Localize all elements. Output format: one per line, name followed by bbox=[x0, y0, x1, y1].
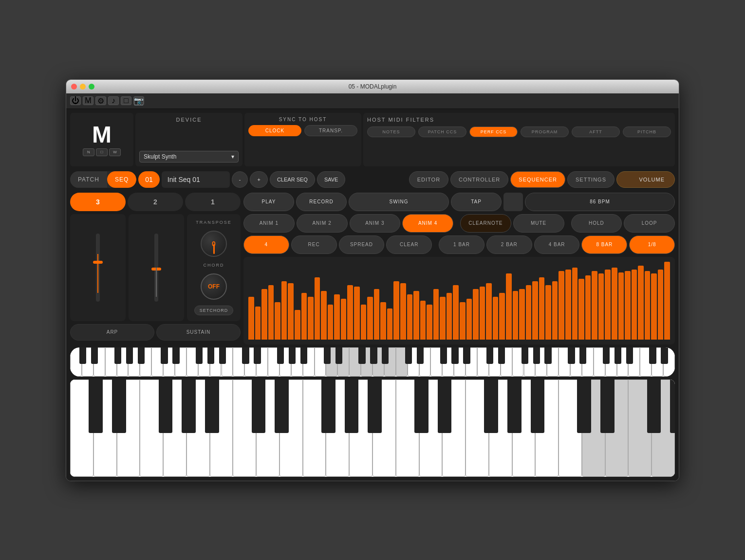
minus-btn[interactable]: - bbox=[232, 171, 248, 188]
black-key-3-4.6[interactable] bbox=[370, 347, 377, 364]
transp-btn[interactable]: TRANSP. bbox=[304, 125, 357, 136]
division-btn[interactable]: 1/8 bbox=[629, 235, 675, 254]
patch-ccs-btn[interactable]: PATCH CCs bbox=[418, 126, 466, 137]
plus-btn[interactable]: + bbox=[250, 171, 267, 188]
seq-btn[interactable]: SEQ bbox=[107, 171, 136, 188]
black-key-1-5.6[interactable] bbox=[368, 379, 382, 433]
black-key-1-5.6[interactable] bbox=[219, 347, 226, 364]
black-key-4-3.6[interactable] bbox=[440, 347, 447, 364]
fader-strip-2[interactable] bbox=[129, 214, 184, 321]
black-key-2-1.6[interactable] bbox=[254, 347, 261, 364]
black-key-2-3.6[interactable] bbox=[484, 379, 498, 433]
perf-ccs-btn[interactable]: PERF CCs bbox=[469, 126, 518, 137]
sequencer-viz[interactable] bbox=[243, 257, 675, 344]
black-key-0-0.6[interactable] bbox=[89, 379, 103, 433]
anim2-btn[interactable]: ANIM 2 bbox=[297, 214, 348, 233]
black-key-6-4.6[interactable] bbox=[615, 347, 621, 364]
mute-btn[interactable]: MUTE bbox=[513, 214, 564, 233]
patch-btn[interactable]: PATCH bbox=[70, 171, 107, 188]
black-key-7-0.6[interactable] bbox=[649, 347, 656, 364]
close-button[interactable] bbox=[71, 84, 77, 90]
toolbar-cam[interactable]: 📷 bbox=[133, 96, 144, 105]
notes-btn[interactable]: NOTES bbox=[367, 126, 415, 137]
black-key-0-1.6[interactable] bbox=[112, 379, 126, 433]
black-key-2-5.6[interactable] bbox=[531, 379, 545, 433]
bar4-btn[interactable]: 4 BAR bbox=[534, 235, 580, 254]
black-key-4-1.6[interactable] bbox=[417, 347, 424, 364]
black-key-2-0.6[interactable] bbox=[242, 347, 249, 364]
step-2-btn[interactable]: 2 bbox=[128, 193, 183, 211]
black-key-0-1.6[interactable] bbox=[91, 347, 98, 364]
black-key-6-0.6[interactable] bbox=[568, 347, 575, 364]
setchord-btn[interactable]: SETCHORD bbox=[194, 306, 234, 315]
black-key-5-0.6[interactable] bbox=[486, 347, 493, 364]
minimize-button[interactable] bbox=[80, 84, 86, 90]
bpm-display[interactable]: 86 BPM bbox=[525, 193, 675, 211]
sequencer-tab[interactable]: SEQUENCER bbox=[510, 171, 565, 188]
black-key-1-0.6[interactable] bbox=[161, 347, 168, 364]
clearnote-btn[interactable]: CLEARNOTE bbox=[460, 214, 511, 233]
toolbar-kbd[interactable]: ♪ bbox=[108, 96, 119, 105]
black-key-5-4.6[interactable] bbox=[533, 347, 540, 364]
pitchb-btn[interactable]: PITCHB bbox=[623, 126, 671, 137]
volume-tab[interactable]: VOLUME bbox=[616, 171, 675, 188]
bar1-btn[interactable]: 1 BAR bbox=[439, 235, 484, 254]
play-btn[interactable]: PLAY bbox=[243, 193, 294, 211]
black-key-3-5.6[interactable] bbox=[382, 347, 389, 364]
swing-btn[interactable]: SWING bbox=[349, 193, 449, 211]
black-key-6-5.6[interactable] bbox=[626, 347, 633, 364]
sustain-btn[interactable]: SUSTAIN bbox=[156, 324, 241, 341]
black-key-1-3.6[interactable] bbox=[321, 379, 335, 433]
black-key-4-4.6[interactable] bbox=[451, 347, 458, 364]
black-key-2-3.6[interactable] bbox=[277, 347, 284, 364]
black-key-1-4.6[interactable] bbox=[207, 347, 214, 364]
black-key-5-1.6[interactable] bbox=[498, 347, 505, 364]
black-key-3-0.6[interactable] bbox=[577, 379, 591, 433]
step-1-btn[interactable]: 1 bbox=[185, 193, 241, 211]
clock-btn[interactable]: CLOCK bbox=[248, 125, 301, 136]
editor-tab[interactable]: EDITOR bbox=[409, 171, 448, 188]
device-select[interactable]: Skulpt Synth ▾ bbox=[139, 151, 239, 163]
toolbar-mod[interactable]: □ bbox=[121, 96, 131, 105]
save-btn[interactable]: SAVE bbox=[317, 171, 346, 188]
step-3-btn[interactable]: 3 bbox=[70, 193, 126, 211]
black-key-4-0.6[interactable] bbox=[405, 347, 412, 364]
bar8-btn[interactable]: 8 BAR bbox=[581, 235, 627, 254]
black-key-1-3.6[interactable] bbox=[196, 347, 203, 364]
fader-strip-1[interactable] bbox=[70, 214, 126, 321]
black-key-0-5.6[interactable] bbox=[205, 379, 219, 433]
black-key-3-0.6[interactable] bbox=[324, 347, 331, 364]
black-key-1-0.6[interactable] bbox=[252, 379, 266, 433]
black-key-5-5.6[interactable] bbox=[544, 347, 551, 364]
rec-btn[interactable]: REC bbox=[291, 235, 337, 254]
hold-btn[interactable]: HOLD bbox=[571, 214, 622, 233]
black-key-0-3.6[interactable] bbox=[159, 379, 173, 433]
black-key-2-0.6[interactable] bbox=[414, 379, 428, 433]
step4-btn[interactable]: 4 bbox=[243, 235, 289, 254]
maximize-button[interactable] bbox=[89, 84, 94, 90]
black-key-3-1.6[interactable] bbox=[335, 347, 342, 364]
controller-tab[interactable]: CONTROLLER bbox=[450, 171, 508, 188]
black-key-0-3.6[interactable] bbox=[114, 347, 121, 364]
black-key-6-3.6[interactable] bbox=[603, 347, 610, 364]
black-key-1-1.6[interactable] bbox=[172, 347, 179, 364]
black-key-0-0.6[interactable] bbox=[79, 347, 86, 364]
black-key-2-4.6[interactable] bbox=[507, 379, 522, 433]
black-key-3-1.6[interactable] bbox=[600, 379, 615, 433]
clear-seq-btn[interactable]: CLEAR SEQ bbox=[270, 171, 315, 188]
tap-btn[interactable]: TAP bbox=[451, 193, 502, 211]
black-key-3-3.6[interactable] bbox=[647, 379, 661, 433]
black-key-6-1.6[interactable] bbox=[579, 347, 586, 364]
black-key-7-1.6[interactable] bbox=[661, 347, 668, 364]
toolbar-settings[interactable]: ⚙ bbox=[95, 96, 106, 105]
toolbar-midi[interactable]: M bbox=[83, 96, 93, 105]
bar2-btn[interactable]: 2 BAR bbox=[486, 235, 532, 254]
black-key-4-5.6[interactable] bbox=[463, 347, 470, 364]
black-key-5-3.6[interactable] bbox=[522, 347, 528, 364]
settings-tab[interactable]: SETTINGS bbox=[567, 171, 615, 188]
anim1-btn[interactable]: ANIM 1 bbox=[243, 214, 295, 233]
piano-large[interactable] bbox=[70, 379, 675, 477]
loop-btn[interactable]: LOOP bbox=[624, 214, 675, 233]
anim3-btn[interactable]: ANIM 3 bbox=[350, 214, 401, 233]
piano-small[interactable] bbox=[70, 347, 675, 377]
